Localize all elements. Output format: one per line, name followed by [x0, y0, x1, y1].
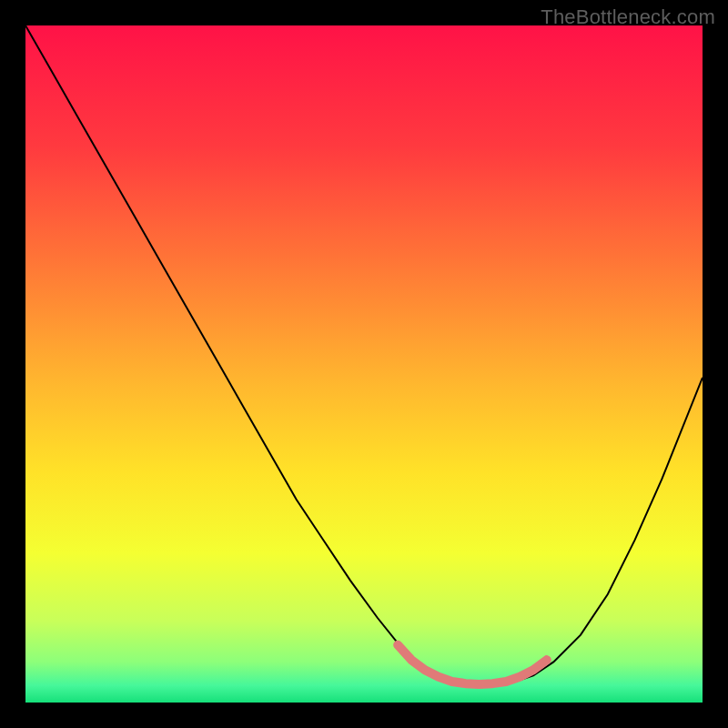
chart-frame: TheBottleneck.com [0, 0, 728, 728]
chart-plot-area [25, 25, 703, 703]
chart-svg [25, 25, 703, 703]
chart-background-gradient [25, 25, 703, 703]
